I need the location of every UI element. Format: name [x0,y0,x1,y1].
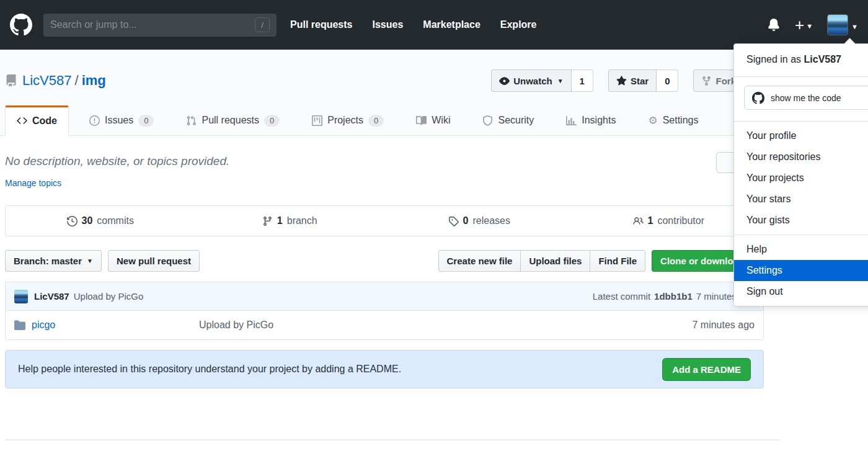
tab-code[interactable]: Code [5,105,69,136]
repo-name-link[interactable]: img [82,73,106,88]
gear-icon: ⚙ [648,114,657,127]
nav-explore[interactable]: Explore [500,19,537,30]
code-icon [17,115,27,126]
branches-stat[interactable]: 1 branch [195,206,385,236]
menu-item-settings[interactable]: Settings [734,260,868,281]
nav-issues[interactable]: Issues [372,19,403,30]
branches-label: branch [287,215,317,226]
user-dropdown-menu: Signed in as LicV587 show me the code Yo… [733,43,868,307]
unwatch-label: Unwatch [513,76,552,86]
project-icon [312,115,322,126]
notifications-bell-icon[interactable] [768,18,780,32]
file-controls-row: Branch: master ▼ New pull request Create… [5,250,764,272]
contributors-count: 1 [648,215,653,226]
issue-opened-icon [89,115,100,126]
avatar-chevron-down-icon: ▼ [851,23,858,30]
commit-sha-link[interactable]: 1dbb1b1 [654,291,693,302]
search-input[interactable] [50,19,255,30]
star-control: Star 0 [608,69,679,92]
chevron-down-icon: ▼ [806,23,813,30]
signed-in-item[interactable]: Signed in as LicV587 [734,48,868,73]
unwatch-chevron-icon: ▼ [557,78,564,84]
repo-owner-link[interactable]: LicV587 [22,73,72,88]
tab-issues[interactable]: Issues 0 [78,105,166,135]
tab-security-label: Security [498,115,534,126]
commit-message-link[interactable]: Upload by PicGo [74,291,144,302]
signed-in-prefix: Signed in as [746,54,801,65]
file-commit-time: 7 minutes ago [692,320,755,331]
footer-divider [5,439,780,441]
tab-projects[interactable]: Projects 0 [300,105,396,135]
pull-requests-count-badge: 0 [264,115,280,127]
tab-issues-label: Issues [105,115,133,126]
repo-social-buttons: Unwatch ▼ 1 Star 0 [491,69,744,92]
create-new-dropdown[interactable]: + ▼ [795,17,813,33]
fork-icon [701,76,712,86]
create-new-file-button[interactable]: Create new file [438,250,521,272]
menu-item-your-projects[interactable]: Your projects [734,168,868,189]
commits-count: 30 [82,215,93,226]
unwatch-button[interactable]: Unwatch ▼ [491,69,571,92]
tab-insights-label: Insights [582,115,616,126]
dropdown-divider [734,121,868,122]
status-button-wrap: show me the code [734,81,868,117]
tab-pull-requests[interactable]: Pull requests 0 [174,105,291,135]
commit-author-link[interactable]: LicV587 [34,291,69,302]
repo-book-icon [5,74,17,87]
wiki-book-icon [416,115,427,126]
menu-item-help[interactable]: Help [734,239,868,260]
menu-item-your-gists[interactable]: Your gists [734,210,868,231]
commits-stat[interactable]: 30 commits [6,206,195,236]
watch-control: Unwatch ▼ 1 [491,69,593,92]
menu-item-your-stars[interactable]: Your stars [734,189,868,210]
commit-author-avatar[interactable] [14,290,28,303]
slash-key-hint: / [255,17,270,32]
octocat-status-icon [752,92,764,104]
breadcrumb-separator: / [75,73,79,88]
branch-icon [262,216,273,226]
dropdown-divider [734,235,868,235]
user-status-button[interactable]: show me the code [744,86,868,110]
user-avatar[interactable] [828,15,848,35]
new-pull-request-button[interactable]: New pull request [108,250,200,272]
dropdown-divider [734,76,868,77]
manage-topics-link[interactable]: Manage topics [5,178,61,188]
tag-icon [448,216,459,226]
file-commit-message-link[interactable]: Upload by PicGo [199,320,692,331]
pull-request-icon [186,115,197,126]
file-name-link[interactable]: picgo [32,320,199,331]
header-nav-links: Pull requests Issues Marketplace Explore [290,19,536,30]
tab-security[interactable]: Security [471,105,546,135]
branch-selector-button[interactable]: Branch: master ▼ [5,250,102,272]
find-file-button[interactable]: Find File [590,250,645,272]
menu-item-your-profile[interactable]: Your profile [734,125,868,146]
readme-banner-text: Help people interested in this repositor… [18,364,401,375]
releases-stat[interactable]: 0 releases [384,206,574,236]
github-repo-page: / Pull requests Issues Marketplace Explo… [0,0,868,461]
menu-item-your-repositories[interactable]: Your repositories [734,146,868,168]
add-readme-button[interactable]: Add a README [662,358,751,381]
repo-stats-bar: 30 commits 1 branch 0 releases [5,205,764,236]
tab-settings[interactable]: ⚙ Settings [636,105,710,135]
nav-marketplace[interactable]: Marketplace [423,19,480,30]
github-logo-icon[interactable] [10,14,32,36]
menu-item-sign-out[interactable]: Sign out [734,281,868,302]
folder-icon [14,320,25,331]
insights-graph-icon [566,115,577,126]
upload-files-button[interactable]: Upload files [520,250,590,272]
tab-insights[interactable]: Insights [554,105,627,135]
branch-chevron-icon: ▼ [87,257,93,264]
nav-pull-requests[interactable]: Pull requests [290,19,352,30]
star-count[interactable]: 0 [657,69,678,92]
star-icon [616,76,627,86]
search-box[interactable]: / [43,14,277,37]
repo-title-row: LicV587/img Unwatch ▼ 1 [5,69,764,92]
tab-wiki[interactable]: Wiki [404,105,462,135]
watch-count[interactable]: 1 [572,69,593,92]
contributors-label: contributor [657,215,704,226]
branch-selector-label: Branch: master [14,256,82,266]
latest-commit-bar: LicV587 Upload by PicGo Latest commit 1d… [6,282,763,311]
star-button[interactable]: Star [608,69,657,92]
tab-pull-requests-label: Pull requests [202,115,259,126]
projects-count-badge: 0 [368,115,384,127]
